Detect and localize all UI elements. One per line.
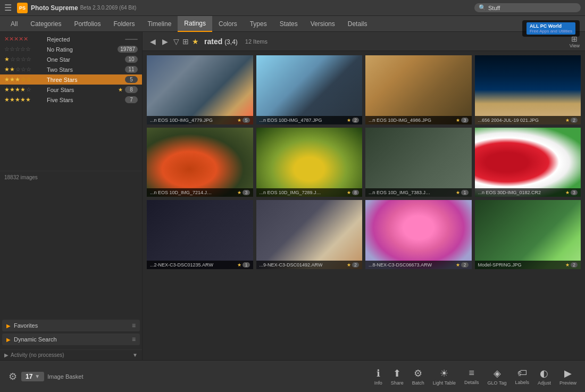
search-input[interactable]: [488, 5, 573, 11]
photo-item[interactable]: ...656 2004-JUL-19 021.JPG ★2: [475, 55, 581, 124]
app-icon: PS: [17, 3, 28, 13]
photo-item[interactable]: ...n EOS 10D_IMG_7214.JPG ★3: [147, 128, 253, 197]
tab-all[interactable]: All: [4, 16, 24, 32]
sidebar-panel-dynamic-search[interactable]: ▶ Dynamic Search ≡: [2, 333, 140, 345]
tool-info[interactable]: ℹ Info: [374, 368, 382, 386]
photo-label-6: ...n EOS 10D_IMG_7289.JPG ★8: [256, 188, 363, 197]
photo-label-8: ...n EOS 30D-IMG_0182.CR2 ★3: [475, 188, 581, 197]
settings-button[interactable]: ⚙: [9, 371, 17, 382]
tab-versions[interactable]: Versions: [304, 16, 341, 32]
photo-label-3: ...n EOS 10D-IMG_4986.JPG ★3: [365, 116, 472, 124]
photo-item[interactable]: Model-SPRING.JPG ★2: [475, 200, 581, 269]
sidebar-item-three-stars[interactable]: ★★★☆☆ Three Stars 5: [0, 74, 142, 85]
photo-item[interactable]: ...9-NEX-C3-DSC01492.ARW ★2: [256, 200, 363, 269]
light-table-icon: ☀: [440, 368, 448, 379]
back-button[interactable]: ◀: [148, 36, 158, 47]
tool-adjust[interactable]: ◐ Adjust: [538, 368, 551, 386]
sidebar-image-count: 18832 images: [0, 171, 142, 184]
photo-label-10: ...9-NEX-C3-DSC01492.ARW ★2: [256, 261, 363, 269]
tool-details[interactable]: ≡ Details: [464, 368, 479, 385]
tab-portfolios[interactable]: Portfolios: [68, 16, 107, 32]
star-filter-icon[interactable]: ★: [192, 37, 199, 46]
photo-item[interactable]: ...n EOS 10D-IMG_4787.JPG ★2: [256, 55, 363, 124]
tool-batch[interactable]: ⚙ Batch: [412, 368, 424, 386]
search-icon: 🔍: [479, 4, 486, 11]
photo-item[interactable]: ...n EOS 10D_IMG_7289.JPG ★8: [256, 128, 363, 197]
tab-details[interactable]: Details: [341, 16, 374, 32]
photo-item[interactable]: ...n EOS 10D_IMG_7383.JPG ★1: [365, 128, 472, 197]
info-icon: ℹ: [377, 368, 380, 379]
sidebar-item-no-rating[interactable]: ☆☆☆☆☆ No Rating 19787: [0, 44, 142, 54]
top-bar: ☰ PS Photo Supreme Beta 2.3.0.2069 (64 B…: [0, 0, 585, 16]
watermark: ALL PC World Free Apps and Utilities: [522, 20, 580, 37]
tab-ratings[interactable]: Ratings: [178, 16, 212, 32]
nav-tabs: All Categories Portfolios Folders Timeli…: [0, 16, 585, 32]
photo-thumb-2: [256, 55, 363, 124]
photo-thumb-11: [365, 200, 472, 269]
photo-label-11: ...8-NEX-C3-DSC06673.ARW ★2: [365, 261, 472, 269]
tool-light-table[interactable]: ☀ Light Table: [433, 368, 456, 386]
app-subtitle: Beta 2.3.0.2069 (64 Bit): [80, 5, 137, 11]
main-layout: ✕✕✕✕✕ Rejected ☆☆☆☆☆ No Rating 19787 ★☆☆…: [0, 32, 585, 360]
sidebar-item-rejected[interactable]: ✕✕✕✕✕ Rejected: [0, 34, 142, 44]
tab-types[interactable]: Types: [244, 16, 273, 32]
photo-thumb-3: [365, 55, 472, 124]
sidebar-item-one-star[interactable]: ★☆☆☆☆ One Star 10: [0, 54, 142, 64]
watermark-box: ALL PC World Free Apps and Utilities: [526, 22, 575, 35]
photo-item[interactable]: ...n EOS 10D-IMG_4986.JPG ★3: [365, 55, 472, 124]
photo-label-4: ...656 2004-JUL-19 021.JPG ★2: [475, 116, 581, 124]
share-icon: ⬆: [393, 368, 401, 379]
photo-thumb-8: [475, 128, 581, 197]
bottom-bar: ⚙ 17 ▼ Image Basket ℹ Info ⬆ Share ⚙ Bat…: [0, 360, 585, 392]
photo-thumb-12: [475, 200, 581, 269]
sidebar-content: ✕✕✕✕✕ Rejected ☆☆☆☆☆ No Rating 19787 ★☆☆…: [0, 32, 142, 171]
photo-thumb-4: [475, 55, 581, 124]
tab-folders[interactable]: Folders: [107, 16, 141, 32]
sidebar-activity: ▶ Activity (no processes) ▼: [0, 349, 142, 360]
sidebar-activity-expand[interactable]: ▼: [132, 352, 138, 358]
details-icon: ≡: [469, 368, 475, 379]
search-box[interactable]: 🔍: [474, 3, 581, 12]
labels-icon: 🏷: [517, 368, 527, 379]
content-title: rated (3,4): [204, 37, 238, 46]
photo-item[interactable]: ...2-NEX-C3-DSC01235.ARW ★1: [147, 200, 253, 269]
sidebar-item-four-stars[interactable]: ★★★★☆ Four Stars ★ 8: [0, 85, 142, 95]
gear-icon: ⚙: [9, 371, 17, 382]
batch-icon: ⚙: [414, 368, 422, 379]
photo-label-12: Model-SPRING.JPG ★2: [475, 261, 581, 269]
basket-label: Image Basket: [47, 373, 83, 380]
stack-icon[interactable]: ⊞: [182, 37, 189, 46]
tool-preview[interactable]: ▶ Preview: [559, 368, 576, 386]
tab-colors[interactable]: Colors: [212, 16, 244, 32]
sidebar-panel-favorites[interactable]: ▶ Favorites ≡: [2, 320, 140, 331]
tool-share[interactable]: ⬆ Share: [391, 368, 404, 386]
basket-count[interactable]: 17 ▼: [21, 372, 44, 381]
nav-arrows: ◀ ▶: [148, 36, 170, 47]
filter-icons: ▽ ⊞ ★: [173, 37, 199, 46]
forward-button[interactable]: ▶: [160, 36, 170, 47]
favorites-arrow-icon: ▶: [6, 323, 11, 329]
menu-icon[interactable]: ☰: [4, 3, 12, 13]
photo-item[interactable]: ...n EOS 30D-IMG_0182.CR2 ★3: [475, 128, 581, 197]
sidebar-item-five-stars[interactable]: ★★★★★ Five Stars 7: [0, 95, 142, 105]
photo-label-5: ...n EOS 10D_IMG_7214.JPG ★3: [147, 188, 253, 197]
photo-item[interactable]: ...n EOS 10D-IMG_4779.JPG ★5: [147, 55, 253, 124]
sidebar-item-two-stars[interactable]: ★★☆☆☆ Two Stars 11: [0, 64, 142, 74]
bottom-tools: ℹ Info ⬆ Share ⚙ Batch ☀ Light Table ≡ D…: [374, 368, 576, 386]
tab-states[interactable]: States: [273, 16, 304, 32]
photo-item[interactable]: ...8-NEX-C3-DSC06673.ARW ★2: [365, 200, 472, 269]
photo-label-2: ...n EOS 10D-IMG_4787.JPG ★2: [256, 116, 363, 124]
tool-labels[interactable]: 🏷 Labels: [515, 368, 529, 385]
dynamic-search-menu-icon[interactable]: ≡: [132, 336, 136, 343]
filter-icon[interactable]: ▽: [173, 37, 179, 46]
app-title: Photo Supreme: [31, 4, 78, 12]
dynamic-search-arrow-icon: ▶: [6, 337, 11, 343]
photo-label-9: ...2-NEX-C3-DSC01235.ARW ★1: [147, 261, 253, 269]
preview-icon: ▶: [564, 368, 572, 379]
tab-categories[interactable]: Categories: [24, 16, 68, 32]
tool-glo-tag[interactable]: ◈ GLO Tag: [488, 368, 507, 386]
adjust-icon: ◐: [540, 368, 548, 379]
favorites-menu-icon[interactable]: ≡: [132, 322, 136, 329]
tab-timeline[interactable]: Timeline: [141, 16, 178, 32]
photo-label-7: ...n EOS 10D_IMG_7383.JPG ★1: [365, 188, 472, 197]
